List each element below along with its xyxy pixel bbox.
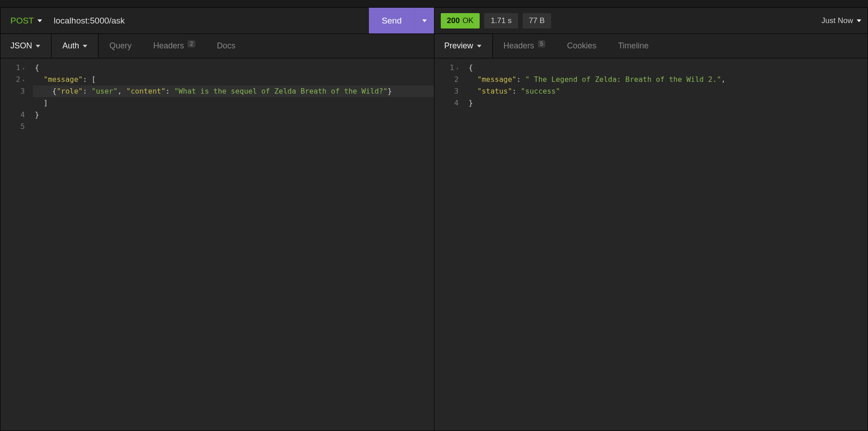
line-number: 4 [434, 97, 462, 109]
request-header-row: POST localhost:5000/ask Send [0, 8, 434, 34]
send-options-dropdown[interactable] [415, 8, 434, 33]
http-method-label: POST [10, 16, 34, 26]
headers-count-badge: 5 [538, 40, 546, 47]
chevron-down-icon [36, 45, 40, 47]
send-button-group: Send [369, 8, 434, 33]
chevron-down-icon [422, 19, 427, 22]
tab-label: Preview [444, 41, 473, 51]
tab-label: Headers [504, 41, 534, 51]
tab-label: Query [109, 41, 132, 51]
chevron-down-icon [477, 45, 481, 47]
tab-query[interactable]: Query [99, 34, 142, 58]
tab-timeline[interactable]: Timeline [607, 34, 659, 58]
request-body-editor[interactable]: 1 2 3 4 5 { "message": [ {"role": "user"… [0, 58, 434, 431]
line-number: 2 [0, 74, 28, 85]
line-number: 2 [434, 74, 462, 85]
response-size-text: 77 B [529, 16, 545, 25]
tab-label: Cookies [567, 41, 596, 51]
tab-label: JSON [10, 41, 32, 51]
line-number: 3 [434, 85, 462, 97]
response-time-text: 1.71 s [491, 16, 511, 25]
tab-response-headers[interactable]: Headers 5 [493, 34, 557, 58]
tab-cookies[interactable]: Cookies [556, 34, 607, 58]
line-number-gutter: 1 2 3 4 [434, 58, 467, 431]
response-time-badge[interactable]: 1.71 s [484, 13, 518, 28]
tab-docs[interactable]: Docs [206, 34, 246, 58]
request-tabs: JSON Auth Query Headers 2 Docs [0, 34, 434, 58]
chevron-down-icon [83, 45, 87, 47]
tab-headers[interactable]: Headers 2 [142, 34, 206, 58]
request-pane: POST localhost:5000/ask Send JSON [0, 7, 434, 431]
response-body-viewer[interactable]: 1 2 3 4 { "message": " The Legend of Zel… [434, 58, 868, 431]
status-text: OK [462, 16, 474, 25]
window-titlebar-gap [0, 0, 868, 7]
chevron-down-icon [857, 19, 861, 22]
history-dropdown[interactable]: Just Now [821, 16, 861, 25]
line-number: 1 [0, 62, 28, 74]
status-code: 200 [447, 16, 460, 25]
request-body-code[interactable]: { "message": [ {"role": "user", "content… [33, 58, 434, 431]
response-pane: 200 OK 1.71 s 77 B Just Now Preview [434, 7, 868, 431]
line-number: 4 [0, 109, 28, 121]
response-header-row: 200 OK 1.71 s 77 B Just Now [434, 8, 868, 34]
tab-auth[interactable]: Auth [52, 34, 99, 58]
status-badge[interactable]: 200 OK [441, 13, 480, 28]
tab-label: Docs [217, 41, 236, 51]
send-button[interactable]: Send [369, 8, 414, 33]
http-method-dropdown[interactable]: POST [0, 8, 49, 33]
history-when-label: Just Now [821, 16, 853, 25]
response-tabs: Preview Headers 5 Cookies Timeline [434, 34, 868, 58]
response-size-badge[interactable]: 77 B [523, 13, 551, 28]
line-number-gutter: 1 2 3 4 5 [0, 58, 33, 431]
line-number: 5 [0, 121, 28, 133]
tab-label: Headers [153, 41, 184, 51]
tab-body-type[interactable]: JSON [0, 34, 52, 58]
headers-count-badge: 2 [188, 40, 195, 47]
response-body-code: { "message": " The Legend of Zelda: Brea… [467, 58, 868, 431]
url-text: localhost:5000/ask [54, 16, 125, 26]
url-input[interactable]: localhost:5000/ask [49, 8, 369, 33]
tab-label: Auth [62, 41, 79, 51]
line-number: 3 [0, 85, 28, 97]
tab-label: Timeline [618, 41, 648, 51]
chevron-down-icon [38, 19, 42, 22]
line-number: 1 [434, 62, 462, 74]
tab-preview[interactable]: Preview [434, 34, 493, 58]
